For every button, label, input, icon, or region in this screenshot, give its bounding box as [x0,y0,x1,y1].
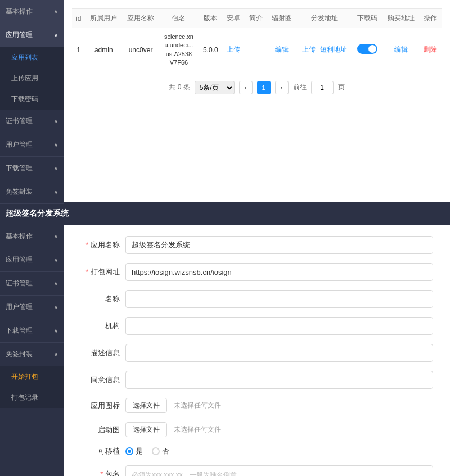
input-name[interactable] [125,290,433,308]
cell-package: science.xnu.undeci...us.A2538V7F66 [159,28,199,72]
sidebar-item-basic-ops[interactable]: 基本操作 ∨ [0,0,64,24]
cell-purchase[interactable]: 编辑 [382,28,420,72]
radio-no-label: 否 [162,446,169,456]
label-portable: 可移植 [80,446,125,456]
sidebar-item-app-management[interactable]: 应用管理 ∧ [0,24,64,47]
form-row-packurl: 打包网址 [80,263,433,281]
chevron-icon: ∨ [54,118,58,124]
form-row-icon: 应用图标 选择文件 未选择任何文件 [80,398,433,413]
col-purchase: 购买地址 [382,9,420,28]
sidebar-bottom-start-pack[interactable]: 开始打包 [0,366,64,387]
sidebar-bottom-user-mgmt[interactable]: 用户管理 ∨ [0,296,64,319]
sidebar-bottom-cert-mgmt[interactable]: 证书管理 ∨ [0,272,64,296]
prev-page-btn[interactable]: ‹ [239,81,253,94]
sidebar-bottom-download-mgmt[interactable]: 下载管理 ∨ [0,319,64,343]
cell-user: admin [85,28,122,72]
sidebar-bottom-basic-ops[interactable]: 基本操作 ∨ [0,225,64,248]
label-desc: 描述信息 [80,348,125,358]
chevron-icon: ∨ [54,257,58,263]
startup-file-text: 未选择任何文件 [174,425,221,433]
input-desc[interactable] [125,344,433,362]
sidebar-bottom-pack-records[interactable]: 打包记录 [0,387,64,408]
pagination-total: 共 0 条 [169,83,190,92]
form-row-package: 包名 [80,465,433,476]
sidebar-item-free-sign[interactable]: 免签封装 ∨ [0,180,64,204]
col-distribute: 分发地址 [296,9,353,28]
bottom-panel-title: 超级签名分发系统 [6,208,69,219]
cell-version: 5.0.0 [199,28,222,72]
cell-android[interactable]: 上传 [222,28,244,72]
sidebar-sub-item-app-list[interactable]: 应用列表 [0,47,64,68]
col-download: 下载码 [353,9,382,28]
form-row-appname: 应用名称 [80,236,433,254]
sidebar-sub-item-download-pwd[interactable]: 下载密码 [0,89,64,110]
radio-yes[interactable]: 是 [125,446,143,456]
startup-upload-group: 选择文件 未选择任何文件 [125,422,221,437]
app-table: id 所属用户 应用名称 包名 版本 安卓 简介 辐射圈 分发地址 下载码 购买… [72,8,442,72]
cell-appname: unc0ver [122,28,159,72]
cell-download-toggle[interactable] [353,28,382,72]
next-page-btn[interactable]: › [275,81,289,94]
cell-operation[interactable]: 删除 [419,28,442,72]
radio-no[interactable]: 否 [152,446,169,456]
chevron-icon: ∨ [54,8,58,15]
radio-yes-label: 是 [136,446,143,456]
goto-label: 前往 [293,83,307,92]
label-icon: 应用图标 [80,401,125,411]
sidebar-item-user-management[interactable]: 用户管理 ∨ [0,133,64,157]
page-size-select[interactable]: 5条/页 10条/页 20条/页 [195,81,235,94]
form-container: 应用名称 打包网址 名称 机构 描述信息 同意信息 [64,225,450,476]
cell-id: 1 [72,28,85,72]
startup-file-btn[interactable]: 选择文件 [125,422,167,437]
chevron-icon: ∧ [54,32,58,38]
chevron-icon: ∨ [54,142,58,148]
radio-yes-circle [125,447,133,455]
chevron-icon: ∨ [54,328,58,334]
label-org: 机构 [80,321,125,331]
icon-file-btn[interactable]: 选择文件 [125,398,167,413]
chevron-icon: ∨ [54,280,58,287]
main-content-top: id 所属用户 应用名称 包名 版本 安卓 简介 辐射圈 分发地址 下载码 购买… [64,0,450,202]
form-row-startup: 启动图 选择文件 未选择任何文件 [80,422,433,437]
sidebar-bottom: 基本操作 ∨ 应用管理 ∨ 证书管理 ∨ 用户管理 ∨ 下载管理 ∨ 免签封装 … [0,225,64,476]
cell-distribute: 上传 短利地址 [296,28,353,72]
page-label: 页 [338,83,345,92]
input-package[interactable] [125,465,433,476]
table-row: 1 admin unc0ver science.xnu.undeci...us.… [72,28,442,72]
chevron-icon: ∨ [54,189,58,195]
input-packurl[interactable] [125,263,433,281]
col-desc: 简介 [245,9,267,28]
portable-radio-group: 是 否 [125,446,169,456]
chevron-icon: ∨ [54,165,58,171]
cell-scope[interactable]: 编辑 [267,28,296,72]
col-operation: 操作 [419,9,442,28]
sidebar-item-cert-management[interactable]: 证书管理 ∨ [0,110,64,133]
icon-file-text: 未选择任何文件 [174,401,221,409]
sidebar-top: 基本操作 ∨ 应用管理 ∧ 应用列表 上传应用 下载密码 证书管理 ∨ 用户管理… [0,0,64,202]
form-row-portable: 可移植 是 否 [80,446,433,456]
goto-input[interactable] [311,81,334,94]
page-1-btn[interactable]: 1 [257,81,271,94]
label-package: 包名 [80,469,125,476]
form-row-org: 机构 [80,317,433,335]
chevron-icon: ∨ [54,304,58,310]
icon-upload-group: 选择文件 未选择任何文件 [125,398,221,413]
form-row-desc: 描述信息 [80,344,433,362]
sidebar-item-download-management[interactable]: 下载管理 ∨ [0,157,64,180]
input-org[interactable] [125,317,433,335]
col-id: id [72,9,85,28]
input-agree[interactable] [125,371,433,389]
download-toggle[interactable] [357,44,377,54]
cell-desc [245,28,267,72]
input-appname[interactable] [125,236,433,254]
sidebar-bottom-free-sign[interactable]: 免签封装 ∧ [0,343,64,366]
label-startup: 启动图 [80,425,125,435]
form-row-name: 名称 [80,290,433,308]
label-packurl: 打包网址 [80,267,125,277]
form-row-agree: 同意信息 [80,371,433,389]
sidebar-sub-item-upload-app[interactable]: 上传应用 [0,68,64,89]
chevron-icon: ∨ [54,233,58,239]
label-name: 名称 [80,294,125,304]
sidebar-bottom-app-mgmt[interactable]: 应用管理 ∨ [0,248,64,272]
col-package: 包名 [159,9,199,28]
